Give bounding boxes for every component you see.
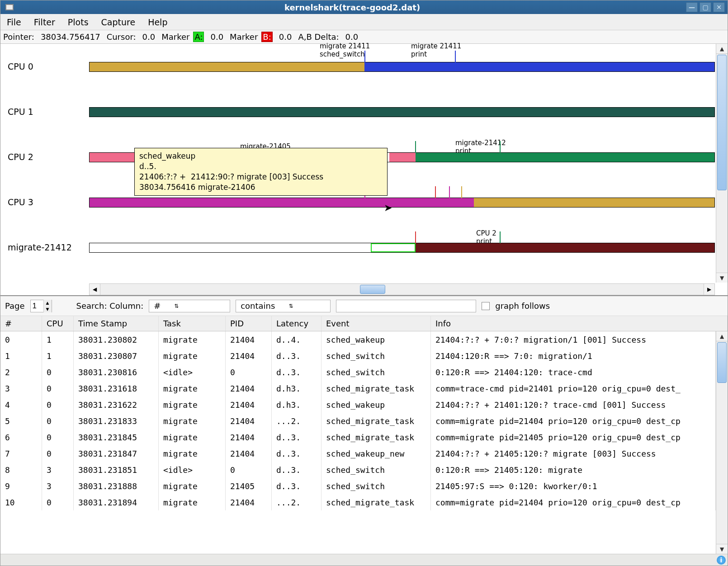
cell-cpu: 0	[42, 445, 74, 462]
event-label: migrate 21411	[411, 42, 461, 50]
table-row[interactable]: 10038031.231894migrate21404...2.sched_mi…	[0, 494, 716, 510]
table-vscrollbar[interactable]: ▲ ▼	[716, 331, 728, 554]
event-tick	[415, 141, 416, 153]
info-icon[interactable]: i	[717, 556, 726, 565]
scroll-thumb[interactable]	[717, 55, 727, 190]
table-row[interactable]: 3038031.231618migrate21404d.h3.sched_mig…	[0, 380, 716, 396]
cell-cpu: 3	[42, 478, 74, 494]
cursor-label: Cursor:	[107, 32, 136, 42]
col-pid[interactable]: PID	[226, 316, 272, 331]
markerA-tag[interactable]: A:	[193, 32, 204, 42]
table-header[interactable]: # CPU Time Stamp Task PID Latency Event …	[0, 316, 728, 331]
cell-index: 3	[0, 380, 42, 396]
cell-cpu: 0	[42, 364, 74, 380]
maximize-button[interactable]: ▢	[700, 2, 711, 12]
col-cpu[interactable]: CPU	[42, 316, 74, 331]
table-row[interactable]: 6038031.231845migrate21404d..3.sched_mig…	[0, 429, 716, 445]
graph-pane[interactable]: CPU 0 migrate 21411 sched_switch migrate…	[0, 44, 728, 296]
event-label: migrate 21411	[320, 42, 370, 50]
menu-plots[interactable]: Plots	[68, 17, 89, 27]
page-input[interactable]	[31, 302, 43, 311]
graph-hscrollbar[interactable]: ◀ ▶	[89, 283, 715, 295]
col-info[interactable]: Info	[431, 316, 728, 331]
search-column-label: Search: Column:	[76, 301, 144, 311]
scroll-right-icon[interactable]: ▶	[704, 284, 714, 295]
scroll-down-icon[interactable]: ▼	[716, 544, 728, 554]
search-text-input[interactable]	[336, 300, 476, 312]
graph-vscrollbar[interactable]: ▲ ▼	[716, 44, 728, 283]
table-row[interactable]: 5038031.231833migrate21404...2.sched_mig…	[0, 413, 716, 429]
search-op-combo[interactable]: contains ⇅	[236, 300, 331, 312]
cell-info: comm=migrate pid=21405 prio=120 orig_cpu…	[431, 429, 716, 445]
segment	[416, 243, 714, 252]
table-row[interactable]: 2038031.230816<idle>0d..3.sched_switch0:…	[0, 364, 716, 380]
menu-help[interactable]: Help	[148, 17, 167, 27]
track-cpu3[interactable]	[89, 198, 715, 208]
chevron-updown-icon: ⇅	[288, 303, 293, 309]
scroll-left-icon[interactable]: ◀	[90, 284, 100, 295]
cell-info: comm=migrate pid=21404 prio=120 orig_cpu…	[431, 413, 716, 429]
table-row[interactable]: 0138031.230802migrate21404d..4.sched_wak…	[0, 331, 716, 348]
cursor-icon: ➤	[384, 202, 392, 213]
table-row[interactable]: 9338031.231888migrate21405d..3.sched_swi…	[0, 478, 716, 494]
menu-file[interactable]: File	[7, 17, 21, 27]
cell-event: sched_migrate_task	[321, 380, 431, 396]
row-label-cpu3: CPU 3	[8, 197, 33, 207]
table-row[interactable]: 7038031.231847migrate21404d..3.sched_wak…	[0, 445, 716, 462]
track-cpu1[interactable]	[89, 107, 715, 117]
col-latency[interactable]: Latency	[272, 316, 321, 331]
table-row[interactable]: 1138031.230807migrate21404d..3.sched_swi…	[0, 348, 716, 364]
spin-up-icon[interactable]: ▲	[43, 300, 52, 306]
col-task[interactable]: Task	[159, 316, 226, 331]
cell-info: 21404:?:? + 7:0:? migration/1 [001] Succ…	[431, 331, 716, 348]
scroll-thumb[interactable]	[360, 285, 385, 294]
graph-follows-checkbox[interactable]	[482, 302, 490, 310]
scroll-up-icon[interactable]: ▲	[716, 331, 728, 341]
titlebar[interactable]: kernelshark(trace-good2.dat) — ▢ ✕	[0, 0, 728, 14]
track-cpu0[interactable]	[89, 62, 715, 72]
col-event[interactable]: Event	[321, 316, 431, 331]
cell-latency: d..3.	[272, 445, 321, 462]
searchbar: Page ▲▼ Search: Column: # ⇅ contains ⇅ g…	[0, 296, 728, 316]
cell-event: sched_migrate_task	[321, 494, 431, 510]
segment	[416, 153, 714, 162]
col-index[interactable]: #	[0, 316, 42, 331]
minimize-button[interactable]: —	[686, 2, 698, 12]
chevron-updown-icon: ⇅	[174, 303, 179, 309]
track-migrate-21412[interactable]	[89, 243, 715, 253]
menu-filter[interactable]: Filter	[34, 17, 55, 27]
scroll-down-icon[interactable]: ▼	[716, 273, 728, 283]
combo-value: #	[154, 301, 161, 311]
scroll-thumb[interactable]	[717, 342, 727, 383]
cell-pid: 21404	[226, 380, 272, 396]
cell-latency: d..3.	[272, 348, 321, 364]
row-cpu1: CPU 1	[0, 89, 715, 134]
cell-timestamp: 38031.231833	[74, 413, 159, 429]
table-row[interactable]: 4038031.231622migrate21404d.h3.sched_wak…	[0, 396, 716, 413]
col-timestamp[interactable]: Time Stamp	[74, 316, 159, 331]
table-row[interactable]: 8338031.231851<idle>0d..3.sched_switch0:…	[0, 462, 716, 478]
scroll-up-icon[interactable]: ▲	[716, 44, 728, 54]
tooltip: sched_wakeup d..5. 21406:?:? + 21412:90:…	[134, 148, 388, 196]
row-label-cpu1: CPU 1	[8, 107, 33, 117]
cell-cpu: 0	[42, 396, 74, 413]
statusbar: i	[0, 554, 728, 566]
pointer-value: 38034.756417	[38, 32, 103, 42]
markerB-tag[interactable]: B:	[261, 32, 272, 42]
spin-down-icon[interactable]: ▼	[43, 306, 52, 312]
combo-value: contains	[241, 301, 275, 311]
system-menu-icon[interactable]	[0, 0, 19, 14]
close-button[interactable]: ✕	[713, 2, 725, 12]
delta-label: A,B Delta:	[298, 32, 339, 42]
cell-cpu: 1	[42, 348, 74, 364]
cell-index: 9	[0, 478, 42, 494]
cell-timestamp: 38031.230816	[74, 364, 159, 380]
event-tick	[461, 186, 462, 198]
table-body[interactable]: 0138031.230802migrate21404d..4.sched_wak…	[0, 331, 716, 554]
page-spin[interactable]: ▲▼	[30, 300, 52, 312]
search-column-combo[interactable]: # ⇅	[149, 300, 230, 312]
cell-index: 2	[0, 364, 42, 380]
menu-capture[interactable]: Capture	[101, 17, 136, 27]
cell-cpu: 0	[42, 494, 74, 510]
event-tick	[455, 51, 456, 62]
